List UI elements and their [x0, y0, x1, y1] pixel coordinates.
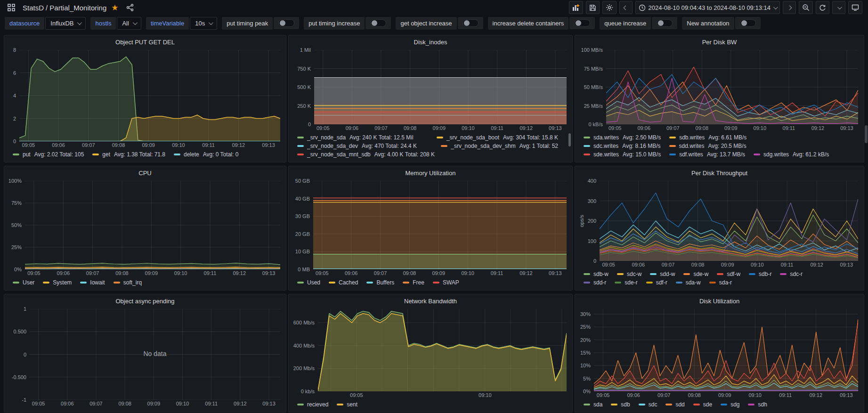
toggle-switch[interactable] [652, 17, 677, 29]
panel-title[interactable]: Per Disk BW [575, 35, 864, 47]
add-panel-icon[interactable] [569, 1, 583, 14]
legend-item[interactable]: soft_irq [114, 279, 142, 286]
legend-item[interactable]: sdd.writesAvg: 20.5 MB/s [669, 143, 746, 149]
legend-item[interactable]: _srv_node_sda_bootAvg: 304 Total: 15.8 K [437, 134, 558, 141]
legend-item[interactable]: recieved [297, 401, 328, 408]
x-axis-tick: 09:09 [142, 142, 155, 148]
panel-title[interactable]: Per Disk Throughput [575, 166, 864, 178]
plot-area[interactable] [606, 50, 858, 124]
legend-item[interactable]: sdb-r [749, 271, 771, 277]
toggle-switch[interactable] [735, 17, 761, 29]
y-axis-tick: 0 [13, 138, 16, 144]
legend-item[interactable]: Iowait [80, 279, 105, 286]
legend-item[interactable]: putAvg: 2.02 Total: 105 [13, 151, 84, 158]
hostls-select[interactable]: All [117, 17, 141, 30]
legend-item[interactable]: sdb [611, 401, 630, 408]
y-axis: 0%5%10%15%20%25%30% [579, 309, 594, 391]
star-icon[interactable]: ★ [111, 4, 118, 12]
legend-item[interactable]: sdf.writesAvg: 13.7 MB/s [669, 151, 745, 158]
legend-item[interactable]: sde-w [683, 271, 708, 277]
breadcrumb-page[interactable]: / Partial_Monitoring [46, 4, 106, 12]
legend-item[interactable]: sda-r [709, 279, 732, 286]
x-axis-tick: 09:07 [82, 142, 95, 148]
legend-item[interactable]: sdd-r [584, 279, 606, 286]
save-icon[interactable] [586, 1, 600, 14]
page-scrollbar[interactable] [864, 31, 868, 413]
timevariable-select[interactable]: 10s [190, 17, 217, 30]
settings-gear-icon[interactable] [602, 1, 617, 14]
plot-area[interactable] [600, 181, 858, 261]
legend-item[interactable]: sdd-w [650, 271, 675, 277]
toggle-switch[interactable] [569, 17, 595, 29]
legend-item[interactable]: sdg [721, 401, 739, 408]
legend-swatch [13, 282, 19, 283]
legend-item[interactable]: Free [403, 279, 424, 286]
breadcrumb-root[interactable]: StatsD [23, 4, 44, 12]
x-axis-tick: 09:09 [718, 392, 731, 398]
time-range-picker[interactable]: 2024-08-10 09:04:43 to 2024-08-10 09:13:… [635, 1, 780, 14]
toggle-switch[interactable] [458, 17, 483, 29]
plot-area[interactable] [19, 50, 280, 141]
legend-label: SWAP [443, 279, 459, 286]
legend-item[interactable]: sdc-r [780, 271, 803, 277]
legend-item[interactable]: User [13, 279, 34, 286]
refresh-interval-caret[interactable] [832, 1, 845, 14]
legend-scrollbar-thumb[interactable] [568, 133, 571, 146]
legend-item[interactable]: sdb-w [584, 271, 608, 277]
legend-item[interactable]: sdc.writesAvg: 8.16 MB/s [584, 143, 661, 149]
plot-area[interactable] [25, 181, 280, 269]
share-icon[interactable] [123, 1, 137, 14]
panel-title[interactable]: Disk Utilization [575, 294, 864, 306]
plot-area[interactable] [594, 309, 858, 391]
breadcrumb[interactable]: StatsD/ Partial_Monitoring [23, 4, 106, 12]
legend-item[interactable]: _srv_node_sdaAvg: 240 K Total: 12.5 Mil [297, 134, 428, 141]
legend-item[interactable]: Used [297, 279, 320, 286]
time-back-icon[interactable] [619, 1, 633, 14]
legend-item[interactable]: sda.writesAvg: 2.50 MB/s [584, 134, 661, 141]
legend-item[interactable]: sent [337, 401, 357, 408]
legend-item[interactable]: _srv_node_sda_devAvg: 470 Total: 24.4 K [297, 143, 432, 149]
legend-item[interactable]: deleteAvg: 0 Total: 0 [174, 151, 238, 158]
toggle-switch[interactable] [365, 17, 391, 29]
plot-area[interactable] [318, 309, 567, 391]
scrollbar-thumb[interactable] [865, 125, 868, 143]
legend-item[interactable]: _srv_node_sda_mnt_sdbAvg: 4.00 K Total: … [297, 151, 435, 158]
legend-label: sda [593, 401, 602, 408]
legend-item[interactable]: sdb.writesAvg: 6.61 MB/s [669, 134, 746, 141]
panel-title[interactable]: Object PUT GET DEL [4, 35, 286, 47]
zoom-out-icon[interactable] [799, 1, 813, 14]
panel-title[interactable]: Disk_inodes [289, 35, 572, 47]
tv-mode-icon[interactable] [848, 1, 862, 14]
legend-item[interactable]: sdf-w [717, 271, 740, 277]
legend-item[interactable]: SWAP [433, 279, 459, 286]
legend-item[interactable]: sde [693, 401, 712, 408]
legend-item[interactable]: Buffers [366, 279, 394, 286]
refresh-icon[interactable] [816, 1, 829, 14]
panel-title[interactable]: Object async pending [4, 294, 286, 306]
panel-title[interactable]: Memory Utilization [289, 166, 572, 178]
legend-item[interactable]: sdc [639, 401, 657, 408]
panel-title[interactable]: CPU [4, 166, 286, 178]
legend-item[interactable]: sda-w [676, 279, 701, 286]
legend-item[interactable]: getAvg: 1.38 Total: 71.8 [92, 151, 165, 158]
legend-item[interactable]: sde-r [615, 279, 637, 286]
apps-grid-icon[interactable] [5, 1, 18, 14]
toggle-switch[interactable] [274, 17, 299, 29]
legend-item[interactable]: System [43, 279, 72, 286]
time-forward-icon[interactable] [783, 1, 796, 14]
datasource-select[interactable]: InfluxDB [45, 17, 86, 30]
legend-item[interactable]: _srv_node_sda_dev_shmAvg: 1 Total: 52 [441, 143, 558, 149]
plot-area[interactable] [314, 50, 567, 124]
y-axis-tick: 0% [14, 267, 22, 272]
legend-item[interactable]: sdh [748, 401, 767, 408]
legend-item[interactable]: sdf-r [646, 279, 667, 286]
legend-item[interactable]: sda [584, 401, 602, 408]
plot-area[interactable]: No data [30, 309, 280, 400]
plot-area[interactable] [313, 181, 567, 269]
legend-item[interactable]: sdd [665, 401, 684, 408]
legend-item[interactable]: sde.writesAvg: 15.0 MB/s [584, 151, 661, 158]
legend-item[interactable]: sdc-w [617, 271, 641, 277]
legend-item[interactable]: sdg.writesAvg: 61.2 kB/s [754, 151, 829, 158]
panel-title[interactable]: Network Bandwidth [289, 294, 572, 306]
legend-item[interactable]: Cached [329, 279, 358, 286]
